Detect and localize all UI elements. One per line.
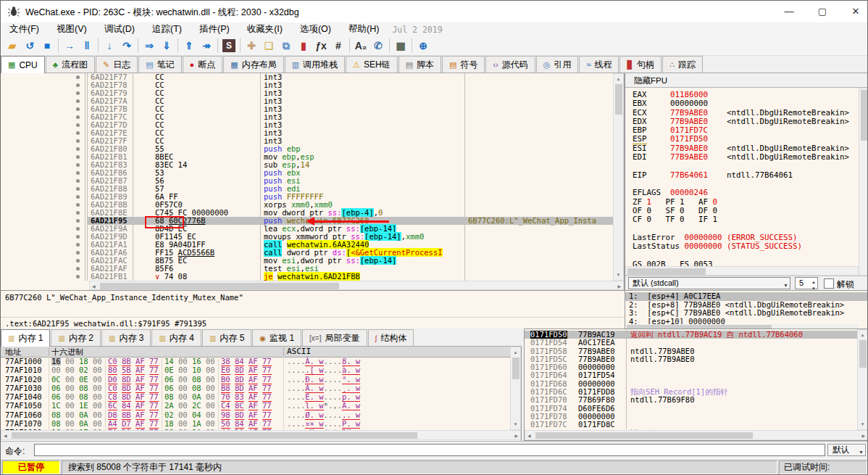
- dump-byte[interactable]: 00: [93, 401, 102, 410]
- tab-dump-1[interactable]: ▥内存 1: [1, 329, 50, 347]
- execute-till-return-icon[interactable]: ⇓: [158, 38, 175, 54]
- function-icon[interactable]: ƒx: [312, 38, 330, 54]
- dump-byte[interactable]: 8C: [235, 401, 244, 410]
- scroll-thumb[interactable]: [12, 432, 417, 439]
- dump-byte[interactable]: AF: [135, 392, 145, 402]
- dump-byte[interactable]: 00: [206, 384, 215, 392]
- command-input[interactable]: [34, 444, 825, 456]
- scroll-up-arrow[interactable]: ▲: [511, 348, 520, 357]
- menu-item-v[interactable]: 视图(V): [48, 23, 96, 36]
- tab-script[interactable]: ▤脚本: [398, 56, 441, 73]
- stack-row[interactable]: 0171FD5C77B9ABE0ntdll.77B9ABE0: [525, 355, 858, 363]
- breakpoint-dot[interactable]: [76, 211, 80, 215]
- dump-byte[interactable]: AF: [249, 357, 258, 366]
- dump-byte[interactable]: 80: [108, 365, 117, 375]
- stack-row[interactable]: 0171FD5077B9AC19返回到 ntdll.77B9AC19 自 ntd…: [525, 331, 858, 339]
- breakpoint-dot[interactable]: [76, 235, 80, 239]
- dump-byte[interactable]: 00: [178, 357, 188, 365]
- dump-byte[interactable]: 83: [235, 392, 244, 402]
- dump-byte[interactable]: 77: [149, 365, 159, 375]
- tab-symbols[interactable]: ▤符号: [442, 56, 485, 73]
- breakpoint-dot[interactable]: [76, 147, 80, 151]
- dump-byte[interactable]: 00: [178, 419, 188, 428]
- stack-row[interactable]: 0171FD7800000000: [525, 413, 858, 421]
- dump-byte[interactable]: 00: [65, 401, 75, 410]
- dump-row[interactable]: 77AF103006 00 08 00C0 8D AF 7706 00 08 0…: [1, 384, 510, 392]
- dump-byte[interactable]: 00: [93, 384, 102, 392]
- breakpoint-dot[interactable]: [76, 163, 80, 167]
- dump-byte[interactable]: 0A: [192, 392, 201, 401]
- dump-byte[interactable]: 1A: [192, 419, 201, 428]
- breakpoint-dot[interactable]: [76, 195, 80, 199]
- dump-byte[interactable]: 06: [51, 384, 61, 392]
- dump-byte[interactable]: AF: [135, 410, 145, 420]
- dump-row[interactable]: 77AF107008 00 0A 00A4 D7 AF 7718 00 1A 0…: [1, 419, 510, 428]
- dump-byte[interactable]: 8D: [122, 392, 131, 402]
- dump-byte[interactable]: 08: [79, 392, 88, 401]
- dump-byte[interactable]: 14: [164, 357, 174, 365]
- dump-byte[interactable]: AF: [135, 384, 145, 393]
- dump-byte[interactable]: AF: [249, 375, 258, 384]
- dump-byte[interactable]: 18: [79, 357, 88, 365]
- stack-row[interactable]: 0171FD640171FD54: [525, 371, 858, 379]
- tab-graph[interactable]: ♣流程图: [46, 56, 95, 73]
- comment-icon[interactable]: ❏: [260, 38, 277, 54]
- dump-byte[interactable]: AF: [135, 401, 145, 410]
- dump-byte[interactable]: 00: [178, 392, 188, 401]
- scroll-thumb[interactable]: [512, 358, 519, 379]
- dump-byte[interactable]: 00: [206, 410, 215, 419]
- breakpoint-dot[interactable]: [76, 243, 80, 247]
- dump-byte[interactable]: C0: [108, 357, 117, 366]
- dump-byte[interactable]: 77: [149, 375, 159, 384]
- dump-byte[interactable]: 00: [178, 410, 188, 419]
- dump-byte[interactable]: 0E: [164, 365, 174, 374]
- dump-byte[interactable]: 77: [262, 357, 272, 366]
- menu-item-d[interactable]: 调试(D): [96, 23, 143, 36]
- breakpoint-dot[interactable]: [76, 123, 80, 127]
- registers-hscrollbar[interactable]: [625, 266, 859, 276]
- dump-byte[interactable]: 00: [65, 410, 75, 419]
- dump-byte[interactable]: 2C: [192, 401, 201, 410]
- dump-row[interactable]: 77AF10501C 00 1E 006C 84 AF 772A 00 2C 0…: [1, 401, 510, 410]
- tab-watch-1[interactable]: ◉监视 1: [252, 329, 301, 346]
- dump-byte[interactable]: 84: [235, 419, 244, 429]
- dump-byte[interactable]: E0: [221, 365, 230, 375]
- argument-row[interactable]: 1: [esp+4] A0C17EEA: [625, 292, 868, 301]
- attach-icon[interactable]: ✆: [370, 38, 387, 54]
- dump-byte[interactable]: C0: [108, 384, 117, 393]
- dump-byte[interactable]: 16: [51, 357, 61, 365]
- dump-byte[interactable]: 8B: [122, 410, 131, 420]
- dump-byte[interactable]: 00: [206, 357, 215, 365]
- tab-dump-4[interactable]: ▥内存 4: [151, 329, 201, 346]
- dump-vscrollbar[interactable]: ▲ ▼: [510, 347, 521, 430]
- dump-byte[interactable]: 08: [164, 392, 174, 401]
- dump-byte[interactable]: 0A: [79, 419, 88, 428]
- breakpoint-dot[interactable]: [76, 155, 80, 159]
- scroll-down-arrow[interactable]: ▼: [858, 420, 867, 429]
- dump-byte[interactable]: 16: [192, 357, 201, 365]
- hash-icon[interactable]: #: [330, 38, 347, 54]
- dump-byte[interactable]: 02: [164, 410, 174, 419]
- register-row[interactable]: CF 0 TF 0 IF 1: [625, 215, 859, 224]
- maximize-button[interactable]: ▢: [806, 1, 838, 22]
- tab-source[interactable]: ‹›源代码: [485, 56, 535, 73]
- breakpoint-dot[interactable]: [76, 219, 80, 223]
- dump-byte[interactable]: 00: [51, 365, 61, 374]
- register-row[interactable]: EIP 77B64061 ntdll.77B64061: [625, 171, 859, 180]
- breakpoint-dot[interactable]: [76, 139, 80, 143]
- register-row[interactable]: EDI 77B9ABE0 <ntdll.DbgUiRemoteBreakin>: [625, 153, 859, 162]
- dump-byte[interactable]: 08: [192, 384, 201, 392]
- dump-byte[interactable]: 98: [221, 410, 230, 420]
- scroll-right-arrow[interactable]: ▶: [861, 433, 865, 438]
- dump-byte[interactable]: 06: [164, 384, 174, 392]
- breakpoint-dot[interactable]: [76, 275, 80, 278]
- disasm-row[interactable]: 6AD21FB1∨ 74 08je wechatwin.6AD21FBB: [1, 273, 624, 281]
- tab-threads[interactable]: ≈线程: [579, 56, 619, 73]
- stack-row[interactable]: 0171FD7C0171FD8C: [525, 421, 858, 429]
- restart-icon[interactable]: ↺: [21, 38, 38, 54]
- breakpoint-dot[interactable]: [76, 115, 80, 119]
- dump-byte[interactable]: AF: [135, 419, 145, 429]
- tab-locals[interactable]: [x=]局部变量: [302, 329, 367, 346]
- dump-byte[interactable]: AF: [249, 392, 258, 402]
- dump-byte[interactable]: 50: [221, 419, 230, 429]
